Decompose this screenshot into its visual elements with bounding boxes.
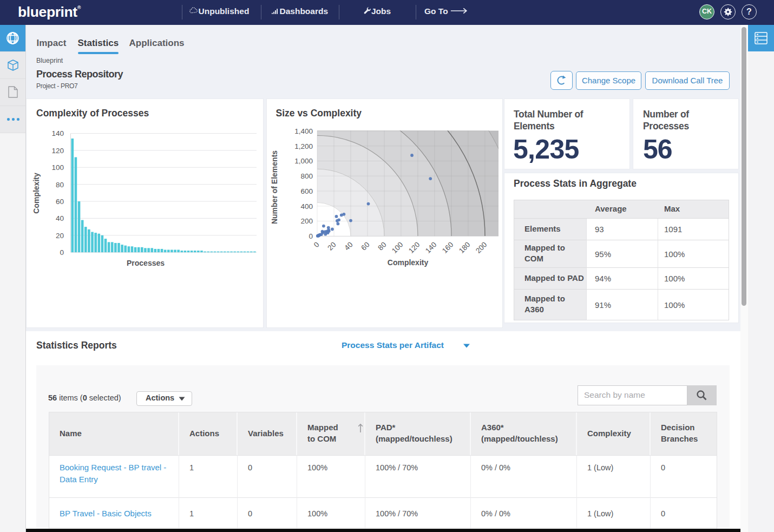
svg-text:80: 80 bbox=[376, 240, 388, 252]
svg-text:Number of Elements: Number of Elements bbox=[270, 150, 279, 224]
svg-text:140: 140 bbox=[423, 240, 438, 255]
svg-text:Complexity: Complexity bbox=[387, 258, 428, 267]
svg-text:800: 800 bbox=[300, 172, 313, 180]
svg-text:80: 80 bbox=[56, 181, 64, 189]
svg-text:100: 100 bbox=[51, 163, 64, 172]
svg-text:Complexity: Complexity bbox=[32, 173, 41, 214]
svg-text:600: 600 bbox=[300, 187, 313, 195]
svg-text:Processes: Processes bbox=[127, 259, 165, 267]
svg-text:40: 40 bbox=[56, 214, 64, 222]
svg-text:1,400: 1,400 bbox=[294, 127, 313, 135]
svg-text:1,200: 1,200 bbox=[294, 142, 313, 150]
svg-text:60: 60 bbox=[359, 240, 371, 252]
svg-text:120: 120 bbox=[406, 240, 421, 255]
svg-text:0: 0 bbox=[309, 232, 313, 240]
svg-text:0: 0 bbox=[60, 248, 64, 257]
svg-text:20: 20 bbox=[56, 232, 64, 240]
svg-text:160: 160 bbox=[440, 240, 455, 255]
svg-text:100: 100 bbox=[390, 240, 404, 255]
svg-text:200: 200 bbox=[300, 217, 313, 225]
svg-text:60: 60 bbox=[56, 198, 64, 206]
svg-text:1,000: 1,000 bbox=[294, 157, 313, 165]
svg-text:0: 0 bbox=[312, 240, 320, 249]
svg-text:200: 200 bbox=[474, 240, 488, 255]
svg-text:180: 180 bbox=[457, 240, 471, 255]
svg-text:400: 400 bbox=[300, 202, 313, 211]
svg-text:20: 20 bbox=[326, 240, 337, 252]
svg-text:140: 140 bbox=[51, 129, 64, 137]
svg-text:40: 40 bbox=[343, 240, 354, 252]
svg-text:120: 120 bbox=[51, 147, 64, 155]
